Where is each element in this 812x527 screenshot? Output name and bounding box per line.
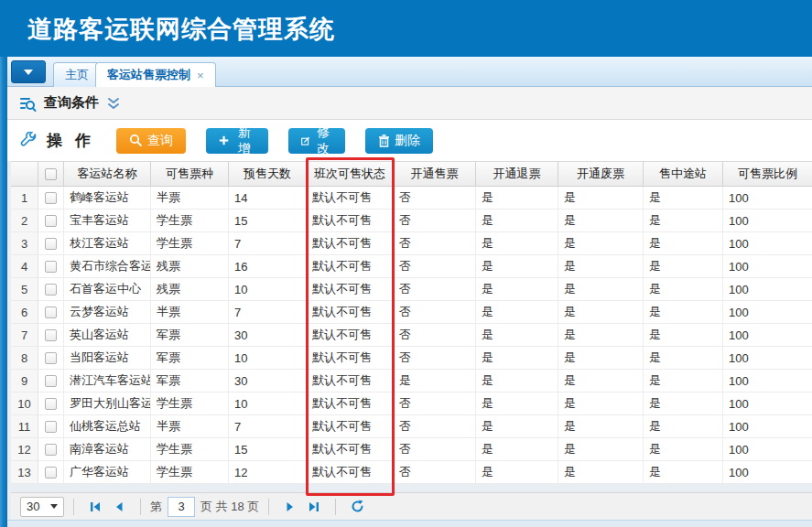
cell-ticket: 学生票 [151, 232, 229, 254]
cell-refund: 是 [476, 278, 558, 300]
row-number: 1 [11, 187, 38, 209]
first-page-button[interactable] [83, 497, 107, 517]
table-row: 9潜江汽车客运站军票30默认不可售是是是是100 [11, 370, 812, 393]
table-row: 11仙桃客运总站半票7默认不可售否是是是100 [11, 415, 812, 438]
table-row: 13广华客运站学生票12默认不可售否是是是100 [11, 461, 812, 484]
column-header: 客运站名称 [64, 162, 151, 186]
cell-ratio: 100 [723, 324, 812, 346]
cell-ratio: 100 [723, 370, 812, 392]
cell-name: 石首客运中心 [64, 278, 151, 300]
row-checkbox[interactable] [45, 398, 57, 410]
row-checkbox[interactable] [45, 284, 57, 296]
cell-days: 7 [229, 301, 307, 323]
delete-button[interactable]: 删除 [365, 128, 433, 154]
cell-mid: 是 [644, 438, 723, 460]
select-all-checkbox[interactable] [45, 168, 57, 180]
chevron-down-icon [50, 504, 58, 509]
divider [268, 499, 269, 515]
cell-void: 是 [558, 347, 644, 369]
row-checkbox[interactable] [45, 238, 57, 250]
cell-void: 是 [558, 461, 644, 483]
cell-mid: 是 [644, 210, 723, 231]
cell-days: 10 [229, 347, 307, 369]
cell-refund: 是 [476, 370, 558, 392]
cell-sale: 否 [394, 393, 476, 414]
table-row: 12南漳客运站学生票15默认不可售否是是是100 [11, 438, 812, 461]
cell-days: 30 [229, 324, 307, 346]
page-number-input[interactable] [168, 497, 195, 517]
cell-void: 是 [558, 301, 644, 323]
cell-name: 南漳客运站 [64, 438, 151, 460]
cell-mid: 是 [644, 301, 723, 323]
row-number: 3 [11, 232, 38, 254]
cell-ticket: 学生票 [151, 438, 229, 460]
cell-sale: 否 [394, 461, 476, 483]
stations-table: 客运站名称可售票种预售天数班次可售状态开通售票开通退票开通废票售中途站可售票比例… [11, 161, 812, 484]
cell-sale: 是 [394, 370, 476, 392]
row-checkbox-cell [38, 438, 64, 460]
header-row-number [11, 162, 38, 186]
column-header: 预售天数 [229, 162, 307, 186]
divider [335, 499, 336, 515]
table-row: 10罗田大别山客运站学生票10默认不可售否是是是100 [11, 393, 812, 415]
page-size-select[interactable]: 30 [20, 497, 64, 517]
left-edge-strip [0, 57, 7, 527]
row-checkbox-cell [38, 301, 64, 323]
cell-refund: 是 [476, 347, 558, 369]
cell-status: 默认不可售 [307, 347, 394, 369]
cell-ratio: 100 [723, 232, 812, 254]
row-checkbox[interactable] [45, 444, 57, 456]
row-checkbox-cell [38, 278, 64, 300]
cell-status: 默认不可售 [307, 393, 394, 414]
cell-ticket: 学生票 [151, 393, 229, 414]
bottom-strip [7, 520, 812, 527]
tab-ticket-control[interactable]: 客运站售票控制 × [95, 62, 216, 87]
refresh-icon [351, 500, 364, 513]
row-checkbox[interactable] [45, 192, 57, 204]
row-checkbox-cell [38, 255, 64, 277]
cell-ticket: 学生票 [151, 461, 229, 483]
search-button[interactable]: 查询 [116, 128, 186, 154]
cell-mid: 是 [644, 232, 723, 254]
add-button[interactable]: 新增 [206, 128, 268, 154]
last-page-button[interactable] [302, 497, 326, 517]
tab-home[interactable]: 主页 [53, 62, 101, 87]
row-number: 5 [11, 278, 38, 300]
refresh-button[interactable] [345, 497, 369, 517]
cell-refund: 是 [476, 324, 558, 346]
row-checkbox[interactable] [45, 352, 57, 364]
query-conditions-bar[interactable]: 查询条件 [7, 87, 812, 120]
cell-refund: 是 [476, 232, 558, 254]
row-checkbox[interactable] [45, 375, 57, 387]
tab-home-label: 主页 [65, 67, 89, 83]
close-icon[interactable]: × [197, 69, 204, 82]
row-checkbox[interactable] [45, 467, 57, 479]
tab-menu-button[interactable] [11, 60, 46, 83]
table-row: 4黄石市综合客运枢残票16默认不可售否是是是100 [11, 255, 812, 278]
prev-page-button[interactable] [107, 497, 131, 517]
cell-mid: 是 [644, 187, 723, 209]
cell-void: 是 [558, 187, 644, 209]
cell-status: 默认不可售 [307, 415, 394, 437]
row-checkbox-cell [38, 393, 64, 414]
column-header: 开通售票 [394, 162, 476, 186]
table-row: 6云梦客运站半票7默认不可售否是是是100 [11, 301, 812, 324]
row-checkbox[interactable] [45, 261, 57, 273]
cell-days: 10 [229, 278, 307, 300]
chevron-double-down-icon [106, 97, 121, 111]
cell-refund: 是 [476, 210, 558, 231]
row-checkbox[interactable] [45, 215, 57, 227]
row-checkbox[interactable] [45, 421, 57, 433]
row-checkbox[interactable] [45, 307, 57, 318]
edit-icon [301, 134, 310, 147]
next-page-button[interactable] [278, 497, 302, 517]
query-conditions-label: 查询条件 [44, 94, 99, 112]
cell-refund: 是 [476, 438, 558, 460]
cell-status: 默认不可售 [307, 232, 394, 254]
edit-button[interactable]: 修改 [288, 128, 345, 154]
row-number: 2 [11, 210, 38, 231]
cell-mid: 是 [644, 278, 723, 300]
page: 道路客运联网综合管理系统 主页 客运站售票控制 × 查询条件 [0, 0, 812, 527]
cell-sale: 否 [394, 347, 476, 369]
row-checkbox[interactable] [45, 329, 57, 341]
